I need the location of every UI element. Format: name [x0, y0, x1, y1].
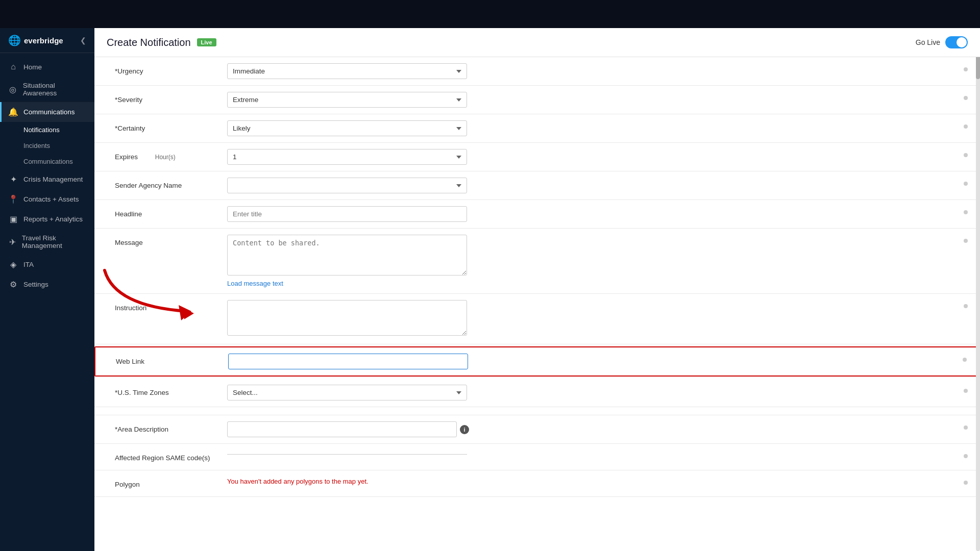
headline-row: Headline — [94, 200, 980, 229]
severity-row: *Severity Extreme Severe Moderate Minor … — [94, 86, 980, 114]
spacer — [94, 407, 980, 415]
urgency-control: Immediate Expected Future Past Unknown — [227, 63, 955, 79]
go-live-toggle[interactable] — [945, 36, 968, 48]
sidebar-item-communications[interactable]: 🔔 Communications — [0, 102, 94, 122]
sidebar-item-situational-awareness[interactable]: ◎ Situational Awareness — [0, 77, 94, 102]
sidebar-item-incidents[interactable]: Incidents — [0, 138, 94, 154]
web-link-control — [228, 354, 954, 369]
certainty-row: *Certainty Likely Observed Possible Unli… — [94, 114, 980, 143]
instruction-label: Instruction — [115, 300, 227, 312]
expires-row: Expires Hour(s) 1 2 3 6 12 24 — [94, 143, 980, 171]
expires-indicator — [964, 153, 968, 157]
headline-control — [227, 206, 955, 222]
area-description-label: *Area Description — [115, 421, 227, 433]
urgency-indicator — [964, 67, 968, 71]
area-description-indicator — [964, 425, 968, 430]
page-title: Create Notification — [107, 37, 191, 48]
affected-region-label: Affected Region SAME code(s) — [115, 450, 227, 462]
web-link-row: Web Link — [94, 346, 980, 377]
scrollbar[interactable] — [976, 28, 980, 551]
expires-control: 1 2 3 6 12 24 — [227, 149, 955, 165]
travel-risk-icon: ✈ — [8, 237, 17, 247]
message-row: Message Load message text — [94, 229, 980, 294]
form-container: *Urgency Immediate Expected Future Past … — [94, 57, 980, 497]
message-label: Message — [115, 235, 227, 246]
area-description-control: i — [227, 421, 955, 437]
contacts-assets-icon: 📍 — [8, 194, 18, 204]
go-live-area: Go Live — [916, 36, 968, 48]
headline-input[interactable] — [227, 206, 467, 222]
sidebar-item-settings[interactable]: ⚙ Settings — [0, 274, 94, 294]
instruction-textarea[interactable] — [227, 300, 467, 336]
area-description-row: *Area Description i — [94, 415, 980, 444]
same-code-value — [227, 450, 467, 455]
sender-agency-indicator — [964, 182, 968, 186]
sidebar-item-home[interactable]: ⌂ Home — [0, 57, 94, 77]
sidebar-nav: ⌂ Home ◎ Situational Awareness 🔔 Communi… — [0, 53, 94, 551]
expires-label: Expires Hour(s) — [115, 149, 227, 161]
web-link-input[interactable] — [228, 354, 468, 369]
urgency-row: *Urgency Immediate Expected Future Past … — [94, 57, 980, 86]
affected-region-control — [227, 450, 955, 455]
sidebar-item-travel-risk[interactable]: ✈ Travel Risk Management — [0, 229, 94, 255]
main-content: Create Notification Live Go Live *Urgenc… — [94, 28, 980, 551]
sidebar-item-communications-sub[interactable]: Communications — [0, 154, 94, 169]
urgency-label: *Urgency — [115, 63, 227, 75]
logo-icon: 🌐 — [8, 34, 21, 46]
severity-label: *Severity — [115, 92, 227, 104]
polygon-indicator — [964, 481, 968, 485]
sidebar-item-contacts-assets[interactable]: 📍 Contacts + Assets — [0, 189, 94, 209]
certainty-label: *Certainty — [115, 120, 227, 132]
sidebar-item-ita[interactable]: ◈ ITA — [0, 255, 94, 274]
area-description-info-icon[interactable]: i — [460, 425, 469, 434]
area-description-input[interactable] — [227, 421, 457, 437]
affected-region-indicator — [964, 454, 968, 458]
certainty-control: Likely Observed Possible Unlikely Unknow… — [227, 120, 955, 136]
polygon-warning: You haven't added any polygons to the ma… — [227, 478, 369, 485]
us-time-zones-indicator — [964, 389, 968, 393]
severity-select[interactable]: Extreme Severe Moderate Minor Unknown — [227, 92, 467, 108]
reports-analytics-icon: ▣ — [8, 214, 18, 224]
message-control: Load message text — [227, 235, 955, 287]
top-bar — [0, 0, 980, 28]
expires-select[interactable]: 1 2 3 6 12 24 — [227, 149, 467, 165]
polygon-row: Polygon You haven't added any polygons t… — [94, 470, 980, 497]
sender-agency-select[interactable] — [227, 178, 467, 193]
us-time-zones-label: *U.S. Time Zones — [115, 385, 227, 396]
crisis-management-icon: ✦ — [8, 174, 18, 184]
message-indicator — [964, 239, 968, 243]
instruction-indicator — [964, 304, 968, 308]
headline-indicator — [964, 210, 968, 214]
page-header: Create Notification Live Go Live — [94, 28, 980, 57]
affected-region-row: Affected Region SAME code(s) — [94, 444, 980, 470]
severity-control: Extreme Severe Moderate Minor Unknown — [227, 92, 955, 108]
web-link-indicator — [963, 358, 967, 362]
settings-icon: ⚙ — [8, 280, 18, 289]
load-message-link[interactable]: Load message text — [227, 280, 955, 287]
instruction-row: Instruction — [94, 294, 980, 344]
sidebar-item-notifications[interactable]: Notifications — [0, 122, 94, 138]
hours-label: Hour(s) — [155, 154, 176, 161]
sidebar-logo: 🌐 everbridge ❮ — [0, 28, 94, 53]
polygon-control: You haven't added any polygons to the ma… — [227, 477, 955, 486]
sender-agency-control — [227, 178, 955, 193]
home-icon: ⌂ — [8, 62, 18, 71]
certainty-indicator — [964, 124, 968, 129]
collapse-button[interactable]: ❮ — [80, 36, 86, 44]
severity-indicator — [964, 96, 968, 100]
go-live-label: Go Live — [916, 38, 940, 46]
polygon-label: Polygon — [115, 477, 227, 488]
message-textarea[interactable] — [227, 235, 467, 276]
situational-awareness-icon: ◎ — [8, 85, 18, 94]
web-link-label: Web Link — [116, 354, 228, 365]
sidebar-item-crisis-management[interactable]: ✦ Crisis Management — [0, 169, 94, 189]
certainty-select[interactable]: Likely Observed Possible Unlikely Unknow… — [227, 120, 467, 136]
sidebar-item-reports-analytics[interactable]: ▣ Reports + Analytics — [0, 209, 94, 229]
instruction-control — [227, 300, 955, 338]
urgency-select[interactable]: Immediate Expected Future Past Unknown — [227, 63, 467, 79]
logo: 🌐 everbridge — [8, 34, 63, 46]
page-header-left: Create Notification Live — [107, 37, 216, 48]
sender-agency-row: Sender Agency Name — [94, 171, 980, 200]
live-badge: Live — [197, 38, 216, 46]
us-time-zones-select[interactable]: Select... Eastern Central Mountain Pacif… — [227, 385, 467, 400]
